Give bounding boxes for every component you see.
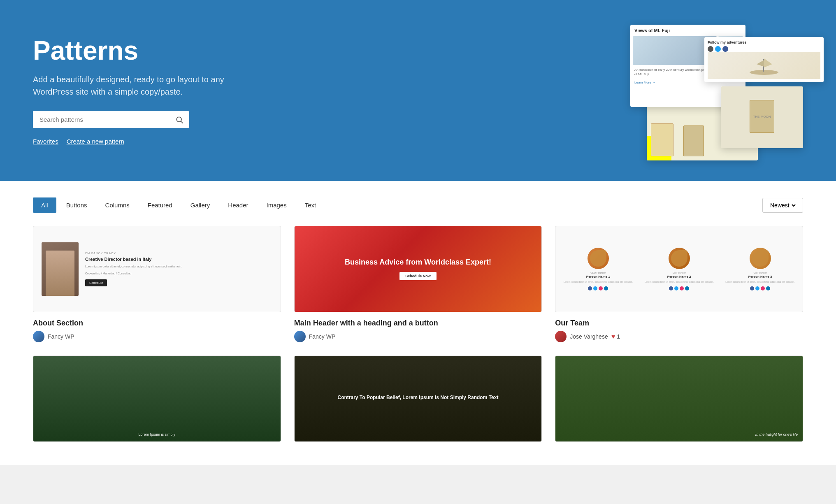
sort-dropdown[interactable]: Newest Oldest Popular [762,198,803,213]
forest-2-text: In the twilight for one's life [755,432,798,437]
team-member-2: Co-Founder Person Name 2 Lorem ipsum dol… [641,248,718,290]
pattern-title-team: Our Team [555,319,803,327]
forest-1-text: Lorem Ipsum is simply [139,432,176,437]
team-name-1: Person Name 1 [586,275,610,279]
tab-images[interactable]: Images [258,197,295,213]
hero-content: Patterns Add a beautifully designed, rea… [33,36,255,145]
pattern-card-main-header[interactable]: Business Advice from Worldclass Expert! … [294,226,542,342]
social-li-2 [685,286,689,290]
sort-select[interactable]: Newest Oldest Popular [769,202,797,209]
butterfly-wing-1 [590,250,606,267]
article-text: Contrary To Popular Belief, Lorem Ipsum … [338,395,499,401]
team-role-1: CEO Founder [590,272,606,274]
butterfly-wing-2 [671,250,687,267]
author-avatar-main-header [294,331,306,342]
about-tiny-text: I'M FANCY TRACY [85,252,272,255]
hero-section: Patterns Add a beautifully designed, rea… [0,0,836,181]
likes-number: 1 [617,333,620,340]
preview-card-adventures: Follow my adventures [704,37,824,82]
main-content: All Buttons Columns Featured Gallery Hea… [0,181,836,465]
team-text-1: Lorem ipsum dolor sit amet, consectetur … [564,280,633,283]
filter-bar: All Buttons Columns Featured Gallery Hea… [33,197,803,213]
tab-header[interactable]: Header [220,197,256,213]
pattern-author-main-header: Fancy WP [294,331,542,342]
forest-2-preview: In the twilight for one's life [555,356,803,441]
social-fb-1 [588,286,592,290]
team-social-2 [669,286,689,290]
tab-all[interactable]: All [33,197,56,213]
hero-subtitle: Add a beautifully designed, ready to go … [33,73,255,98]
pattern-preview-main-header: Business Advice from Worldclass Expert! … [294,226,542,312]
about-body: Lorem ipsum dolor sit amet, consectetur … [85,265,272,269]
tab-columns[interactable]: Columns [97,197,138,213]
page-title: Patterns [33,36,255,65]
mh-schedule-btn: Schedule Now [399,272,437,280]
tab-featured[interactable]: Featured [139,197,181,213]
team-text-3: Lorem ipsum dolor sit amet, consectetur … [725,280,794,283]
pattern-meta-main-header: Main Header with a heading and a button … [294,319,542,342]
filter-tabs: All Buttons Columns Featured Gallery Hea… [33,197,324,213]
team-name-3: Person Name 3 [748,275,772,279]
author-avatar-about [33,331,44,342]
pattern-card-about[interactable]: I'M FANCY TRACY Creative Director based … [33,226,281,342]
tab-buttons[interactable]: Buttons [58,197,95,213]
social-ig-3 [761,286,765,290]
likes-count: ♥ 1 [611,333,620,340]
article-preview: Contrary To Popular Belief, Lorem Ipsum … [295,356,542,441]
search-input[interactable] [33,111,170,128]
pattern-card-article[interactable]: Contrary To Popular Belief, Lorem Ipsum … [294,355,542,448]
about-schedule-btn: Schedule [85,279,107,286]
main-header-preview-content: Business Advice from Worldclass Expert! … [295,226,542,312]
email-icon [708,46,713,52]
butterfly-wing-3 [752,250,769,267]
portrait-figure [46,251,74,296]
pattern-title-main-header: Main Header with a heading and a button [294,319,542,327]
pattern-preview-team: CEO Founder Person Name 1 Lorem ipsum do… [555,226,803,312]
team-social-1 [588,286,608,290]
team-members: CEO Founder Person Name 1 Lorem ipsum do… [560,248,799,290]
hero-links: Favorites Create a new pattern [33,138,255,145]
pattern-card-team[interactable]: CEO Founder Person Name 1 Lorem ipsum do… [555,226,803,342]
about-heading: Creative Director based in Italy [85,256,272,262]
pattern-meta-team: Our Team Jose Varghese ♥ 1 [555,319,803,342]
tarot-card-1 [651,123,673,156]
social-ig-1 [599,286,603,290]
author-name-about: Fancy WP [48,333,74,340]
tab-gallery[interactable]: Gallery [182,197,218,213]
ship-icon [748,55,780,76]
author-name-main-header: Fancy WP [309,333,336,340]
search-bar [33,111,189,128]
team-avatar-1 [588,248,609,269]
pattern-meta-about: About Section Fancy WP [33,319,281,342]
mh-heading: Business Advice from Worldclass Expert! [345,258,491,267]
author-avatar-team [555,331,567,342]
search-button[interactable] [170,111,189,128]
favorites-link[interactable]: Favorites [33,138,58,145]
about-portrait [42,242,79,296]
social-icons [708,46,820,52]
pattern-card-forest-1[interactable]: Lorem Ipsum is simply [33,355,281,448]
author-name-team: Jose Varghese [570,333,608,340]
team-role-2: Co-Founder [673,272,686,274]
pattern-author-about: Fancy WP [33,331,281,342]
team-avatar-2 [669,248,690,269]
about-text-block: I'M FANCY TRACY Creative Director based … [85,252,272,287]
social-fb-3 [750,286,754,290]
social-fb-2 [669,286,673,290]
social-ig-2 [680,286,684,290]
create-pattern-link[interactable]: Create a new pattern [67,138,124,145]
team-preview-content: CEO Founder Person Name 1 Lorem ipsum do… [555,226,803,312]
pattern-author-team: Jose Varghese ♥ 1 [555,331,803,342]
heart-icon: ♥ [611,333,615,340]
pattern-title-about: About Section [33,319,281,327]
fuji-title: Views of Mt. Fuji [630,25,745,36]
twitter-icon [715,46,721,52]
pattern-grid: I'M FANCY TRACY Creative Director based … [33,226,803,448]
svg-marker-5 [757,60,764,67]
social-tw-1 [593,286,597,290]
svg-line-1 [181,121,183,123]
tab-text[interactable]: Text [297,197,325,213]
team-avatar-3 [750,248,771,269]
about-preview-content: I'M FANCY TRACY Creative Director based … [33,226,281,312]
pattern-card-forest-2[interactable]: In the twilight for one's life [555,355,803,448]
